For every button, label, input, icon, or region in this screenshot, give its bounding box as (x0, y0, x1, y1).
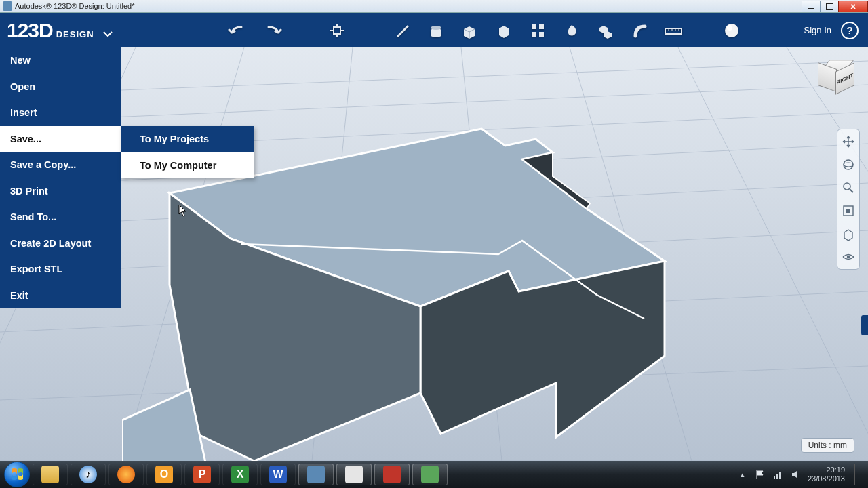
units-badge[interactable]: Units : mm (801, 438, 854, 453)
menu-open[interactable]: Open (0, 74, 121, 100)
menu-exit[interactable]: Exit (0, 283, 121, 309)
viewcube[interactable]: RIGHT (818, 57, 856, 95)
combine-tool-button[interactable] (595, 20, 616, 41)
orbit-button[interactable] (840, 157, 856, 173)
svg-rect-5 (539, 32, 544, 37)
brand-123d: 123D (7, 19, 53, 42)
fit-button[interactable] (840, 203, 856, 219)
taskbar-app2[interactable] (336, 464, 372, 485)
svg-rect-2 (532, 24, 536, 29)
viewport-3d[interactable]: RIGHT Units : mm (0, 47, 868, 461)
svg-rect-36 (779, 472, 781, 479)
help-button[interactable]: ? (841, 22, 859, 39)
chevron-down-icon (103, 28, 113, 40)
taskbar-firefox[interactable] (108, 464, 144, 485)
fillet-tool-button[interactable] (629, 20, 650, 41)
app-menu-button[interactable]: 123D DESIGN (0, 19, 113, 42)
save-submenu: To My Projects To My Computer (121, 126, 254, 178)
taskbar-clock[interactable]: 20:19 23/08/2013 (808, 466, 845, 483)
extrude-tool-button[interactable] (426, 20, 446, 41)
menu-new[interactable]: New (0, 47, 121, 74)
menu-save-copy[interactable]: Save a Copy... (0, 152, 121, 178)
svg-rect-0 (334, 27, 340, 34)
brand-design: DESIGN (56, 29, 94, 39)
transform-tool-button[interactable] (327, 20, 347, 41)
system-tray: ▴ 20:19 23/08/2013 (737, 464, 864, 485)
window-close-button[interactable] (838, 1, 868, 12)
tray-network-icon[interactable] (772, 469, 783, 480)
windows-taskbar: ♪ O P X W ▴ 20:19 23/08/2013 (0, 461, 868, 488)
taskbar-123d[interactable] (298, 464, 334, 485)
start-button[interactable] (4, 462, 30, 487)
submenu-to-my-projects[interactable]: To My Projects (121, 126, 254, 152)
svg-rect-32 (846, 209, 850, 213)
side-panel-tab[interactable] (861, 315, 868, 336)
taskbar-excel[interactable]: X (222, 464, 258, 485)
taskbar-explorer[interactable] (33, 464, 68, 485)
menu-send-to[interactable]: Send To... (0, 204, 121, 230)
svg-point-1 (431, 26, 441, 30)
taskbar-word[interactable]: W (260, 464, 296, 485)
svg-line-30 (850, 189, 853, 192)
primitives-tool-button[interactable] (460, 20, 480, 41)
app-main-menu: New Open Insert Save... Save a Copy... 3… (0, 47, 121, 308)
window-minimize-button[interactable] (802, 1, 821, 12)
menu-3d-print[interactable]: 3D Print (0, 178, 121, 205)
tray-flag-icon[interactable] (755, 469, 766, 480)
svg-rect-34 (774, 476, 775, 479)
svg-rect-35 (776, 474, 778, 479)
submenu-to-my-computer[interactable]: To My Computer (121, 152, 254, 179)
signin-link[interactable]: Sign In (804, 25, 831, 35)
svg-point-27 (844, 160, 853, 169)
menu-insert[interactable]: Insert (0, 100, 121, 126)
taskbar-outlook[interactable]: O (146, 464, 182, 485)
taskbar-itunes[interactable]: ♪ (71, 464, 106, 485)
box-tool-button[interactable] (494, 20, 514, 41)
navigation-bar (837, 129, 860, 270)
svg-point-33 (847, 256, 850, 258)
svg-point-7 (725, 24, 738, 37)
visibility-button[interactable] (840, 249, 856, 265)
tray-speaker-icon[interactable] (790, 469, 801, 480)
menu-export-stl[interactable]: Export STL (0, 256, 121, 283)
window-maximize-button[interactable] (820, 1, 839, 12)
look-button[interactable] (840, 226, 856, 242)
measure-tool-button[interactable] (663, 20, 684, 41)
taskbar-sketchup[interactable] (374, 464, 410, 485)
svg-point-28 (844, 163, 853, 167)
pan-button[interactable] (840, 134, 856, 150)
undo-button[interactable] (228, 20, 248, 41)
menu-save[interactable]: Save... (0, 126, 121, 152)
app-toolbar: 123D DESIGN Sign In ? (0, 13, 868, 47)
window-titlebar: Autodesk® 123D® Design: Untitled* (0, 0, 868, 13)
zoom-button[interactable] (840, 180, 856, 196)
svg-point-29 (844, 183, 850, 190)
taskbar-powerpoint[interactable]: P (184, 464, 220, 485)
mouse-cursor-icon (178, 204, 188, 220)
tray-chevron-icon[interactable]: ▴ (737, 469, 748, 480)
window-title: Autodesk® 123D® Design: Untitled* (15, 2, 134, 10)
show-desktop-button[interactable] (854, 464, 860, 485)
app-icon (3, 1, 12, 11)
redo-button[interactable] (262, 20, 282, 41)
revolve-tool-button[interactable] (561, 20, 582, 41)
material-sphere-button[interactable] (722, 20, 742, 41)
menu-create-2d-layout[interactable]: Create 2D Layout (0, 230, 121, 257)
pattern-tool-button[interactable] (528, 20, 548, 41)
svg-point-8 (727, 25, 732, 30)
svg-rect-3 (539, 24, 544, 29)
sketch-tool-button[interactable] (392, 20, 412, 41)
svg-rect-4 (532, 32, 536, 37)
taskbar-app3[interactable] (412, 464, 448, 485)
